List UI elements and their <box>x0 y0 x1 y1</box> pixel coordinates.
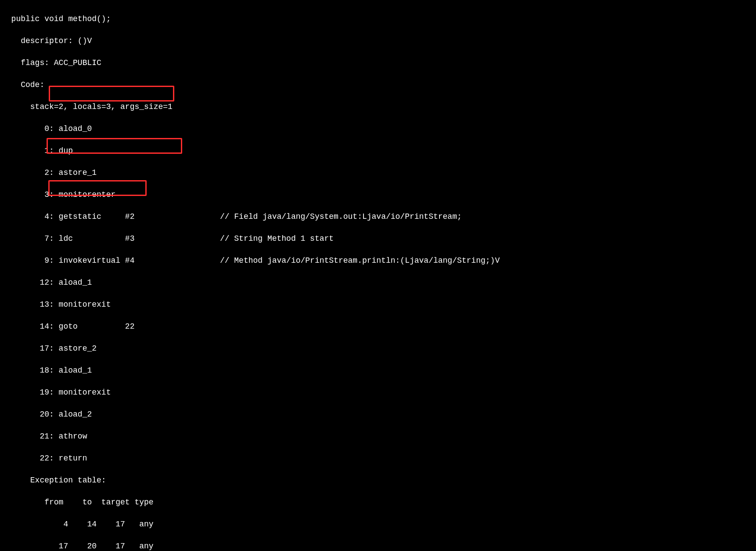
code-line: 3: monitorenter <box>2 189 756 200</box>
code-line: flags: ACC_PUBLIC <box>2 58 756 69</box>
code-line: 0: aload_0 <box>2 123 756 134</box>
code-line: 7: ldc #3 // String Method 1 start <box>2 233 756 244</box>
code-line: 14: goto 22 <box>2 321 756 332</box>
code-line: 13: monitorexit <box>2 299 756 310</box>
code-line: 17 20 17 any <box>2 541 756 551</box>
code-line: 9: invokevirtual #4 // Method java/io/Pr… <box>2 255 756 266</box>
code-line: 4: getstatic #2 // Field java/lang/Syste… <box>2 211 756 222</box>
code-line: from to target type <box>2 497 756 508</box>
code-line: Exception table: <box>2 475 756 486</box>
code-line: 21: athrow <box>2 431 756 442</box>
code-line: 12: aload_1 <box>2 277 756 288</box>
code-line: 19: monitorexit <box>2 387 756 398</box>
code-line: public void method(); <box>2 14 756 25</box>
code-line: 17: astore_2 <box>2 343 756 354</box>
code-line: 2: astore_1 <box>2 167 756 178</box>
code-line: 22: return <box>2 453 756 464</box>
code-line: descriptor: ()V <box>2 36 756 47</box>
code-line: 18: aload_1 <box>2 365 756 376</box>
code-line: 20: aload_2 <box>2 409 756 420</box>
code-line: 4 14 17 any <box>2 519 756 530</box>
bytecode-terminal: public void method(); descriptor: ()V fl… <box>0 0 756 551</box>
code-line: Code: <box>2 80 756 91</box>
code-line: 1: dup <box>2 145 756 156</box>
code-line: stack=2, locals=3, args_size=1 <box>2 102 756 112</box>
